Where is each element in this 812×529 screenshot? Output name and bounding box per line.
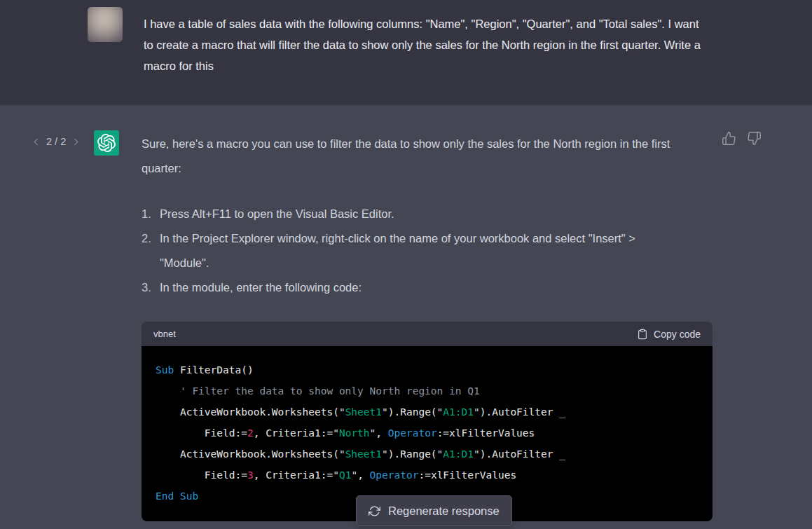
code-token: North (339, 427, 370, 439)
steps-list: 1. Press Alt+F11 to open the Visual Basi… (142, 202, 713, 300)
regenerate-response-button[interactable]: Regenerate response (356, 495, 512, 526)
assistant-avatar (94, 130, 119, 156)
code-language-label: vbnet (153, 329, 176, 339)
response-version-nav: 2 / 2 (35, 136, 77, 147)
code-token: " (351, 469, 357, 481)
code-token: ).Range( (388, 448, 437, 460)
step-number: 2. (142, 226, 160, 275)
code-token: 3 (247, 469, 254, 481)
code-token: , (357, 469, 369, 481)
version-count: 2 / 2 (46, 136, 66, 147)
feedback-controls (722, 131, 762, 146)
code-block: vbnet Copy code Sub FilterData() ' Filte… (142, 322, 713, 521)
thumbs-down-button[interactable] (747, 131, 762, 146)
code-token: " (474, 406, 480, 418)
user-avatar (88, 7, 123, 42)
thumbs-up-button[interactable] (722, 131, 736, 146)
regenerate-response-label: Regenerate response (388, 504, 500, 518)
step-number: 3. (142, 275, 160, 300)
code-line: ActiveWorkbook.Worksheets("Sheet1").Rang… (156, 401, 699, 422)
step-number: 1. (142, 202, 160, 226)
code-token: A1:D1 (443, 448, 474, 460)
code-token: ActiveWorkbook.Worksheets( (156, 448, 339, 460)
assistant-intro-text: Sure, here's a macro you can use to filt… (142, 132, 691, 181)
code-token: Sheet1 (345, 406, 382, 418)
code-token: Q1 (339, 469, 351, 481)
code-token: , Criteria1:= (254, 427, 333, 439)
code-token: Sub (156, 364, 174, 376)
thumbs-up-icon (722, 131, 736, 146)
assistant-message-content: Sure, here's a macro you can use to filt… (142, 132, 713, 521)
code-line: Sub FilterData() (156, 359, 699, 380)
thumbs-down-icon (747, 131, 762, 146)
clipboard-icon (637, 329, 648, 340)
code-token: Field:= (156, 469, 247, 481)
code-token: " (333, 469, 339, 481)
openai-logo-icon (97, 134, 116, 152)
code-token: Operator (370, 469, 419, 481)
next-response-icon[interactable] (71, 138, 78, 145)
step-text: In the module, enter the following code: (160, 275, 680, 300)
user-message-row: I have a table of sales data with the fo… (0, 0, 812, 105)
code-token: ).AutoFilter _ (480, 406, 565, 418)
code-token: " (474, 448, 480, 460)
user-avatar-image (88, 7, 123, 42)
refresh-icon (369, 505, 380, 517)
code-block-header: vbnet Copy code (142, 322, 713, 346)
step-text: In the Project Explorer window, right-cl… (160, 226, 680, 275)
code-token: Sheet1 (345, 448, 382, 460)
step-text: Press Alt+F11 to open the Visual Basic E… (160, 202, 680, 226)
code-line: Field:=2, Criteria1:="North", Operator:=… (156, 422, 699, 444)
code-line: ' Filter the data to show only North reg… (156, 380, 699, 401)
code-token: , Criteria1:= (254, 469, 333, 481)
code-token: , (376, 427, 387, 439)
code-token: " (339, 448, 345, 460)
code-token: " (382, 448, 388, 460)
copy-code-label: Copy code (654, 329, 701, 340)
code-token: :=xlFilterValues (418, 469, 516, 481)
list-item: 1. Press Alt+F11 to open the Visual Basi… (142, 202, 713, 226)
code-token: Operator (388, 427, 437, 439)
code-token: " (333, 427, 339, 439)
chat-app: I have a table of sales data with the fo… (0, 0, 812, 529)
user-message-text: I have a table of sales data with the fo… (144, 13, 708, 76)
assistant-message-row: 2 / 2 Sure, here's a macro you can use t… (0, 105, 812, 529)
code-token: FilterData() (174, 364, 254, 376)
code-line: Field:=3, Criteria1:="Q1", Operator:=xlF… (156, 465, 699, 486)
list-item: 3. In the module, enter the following co… (142, 275, 713, 300)
code-token: Field:= (156, 427, 247, 439)
code-token: " (382, 406, 388, 418)
code-token: " (339, 406, 345, 418)
code-token: ActiveWorkbook.Worksheets( (156, 406, 339, 418)
code-token: A1:D1 (443, 406, 474, 418)
code-token: ' Filter the data to show only North reg… (156, 385, 480, 397)
code-token: :=xlFilterValues (437, 427, 535, 439)
code-line: ActiveWorkbook.Worksheets("Sheet1").Rang… (156, 444, 699, 465)
code-token: " (370, 427, 376, 439)
list-item: 2. In the Project Explorer window, right… (142, 226, 713, 275)
code-token: 2 (247, 427, 254, 439)
copy-code-button[interactable]: Copy code (637, 329, 701, 340)
previous-response-icon[interactable] (34, 138, 41, 145)
code-token: ).Range( (388, 406, 437, 418)
code-token: ).AutoFilter _ (480, 448, 565, 460)
code-token: End Sub (156, 490, 198, 502)
